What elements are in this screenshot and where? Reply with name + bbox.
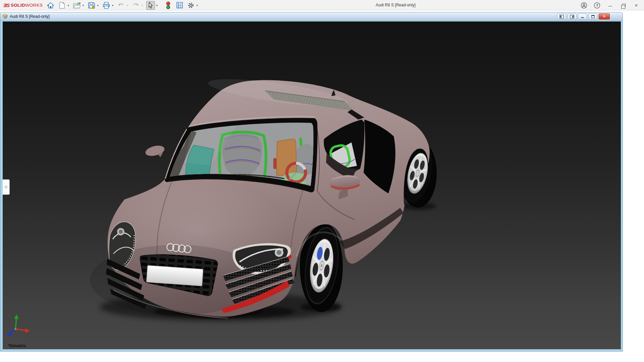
redo-dropdown[interactable]: ▾	[140, 4, 144, 7]
undo-icon	[118, 2, 124, 8]
document-title: Audi R8 S [Read-only]	[10, 14, 50, 19]
home-button[interactable]	[46, 1, 55, 10]
close-icon: ×	[635, 2, 638, 8]
print-dropdown[interactable]: ▾	[111, 4, 115, 7]
help-icon: ?	[594, 2, 600, 9]
document-window-controls: ×	[557, 13, 610, 19]
open-folder-icon	[73, 2, 80, 9]
redo-icon	[132, 2, 139, 8]
open-button[interactable]	[72, 1, 81, 10]
file-properties-icon	[176, 2, 183, 8]
redo-button[interactable]	[131, 1, 140, 10]
minimize-icon	[608, 6, 612, 7]
feature-tree-flyout-tab[interactable]	[3, 179, 10, 195]
app-titlebar: ƎS SOLIDWORKS ▸ ▾ ▾	[0, 0, 644, 10]
triad-y-axis	[15, 318, 16, 329]
app-window-controls: ? ×	[580, 0, 641, 10]
solidworks-logo-mark: ƎS	[3, 2, 9, 8]
help-glyph: ?	[596, 3, 598, 7]
account-icon	[581, 2, 587, 9]
doc-close-button[interactable]: ×	[599, 13, 610, 19]
home-icon	[47, 2, 54, 9]
app-restore-button[interactable]	[619, 1, 628, 10]
rebuild-traffic-light-icon	[166, 2, 170, 9]
view-orientation-label: *Dimetric	[8, 344, 26, 348]
flyout-handle-icon	[5, 186, 7, 188]
new-document-button[interactable]	[58, 1, 66, 10]
select-cursor-icon	[148, 2, 154, 9]
app-close-button[interactable]: ×	[632, 1, 641, 10]
print-icon	[103, 2, 110, 9]
triad-x-axis	[15, 329, 26, 330]
document-body: *Dimetric	[0, 21, 623, 352]
toggle-right-pane-button[interactable]	[568, 13, 577, 19]
select-tool-button[interactable]	[146, 1, 155, 10]
new-document-dropdown[interactable]: ▾	[66, 4, 70, 7]
solidworks-logo-text: SOLIDWORKS	[11, 3, 43, 8]
file-properties-button[interactable]	[175, 1, 184, 10]
doc-minimize-icon	[581, 15, 585, 18]
viewport-3d[interactable]: *Dimetric	[3, 21, 621, 349]
main-toolbar: ▾ ▾ ▾ ▾	[46, 0, 201, 10]
toggle-left-pane-button[interactable]	[557, 13, 566, 19]
app-title: Audi R8 S [Read-only]	[376, 0, 416, 10]
new-document-icon	[59, 2, 65, 9]
help-button[interactable]: ?	[593, 1, 601, 10]
options-dropdown[interactable]: ▾	[195, 4, 199, 7]
restore-icon	[622, 4, 626, 7]
rebuild-button[interactable]	[164, 1, 172, 10]
assembly-document-icon	[2, 14, 8, 19]
app-minimize-button[interactable]	[606, 1, 614, 10]
pane-left-icon	[559, 15, 564, 18]
brand-solid: SOLID	[11, 3, 25, 8]
undo-dropdown[interactable]: ▾	[125, 4, 129, 7]
brand-works: WORKS	[25, 3, 43, 8]
save-dropdown[interactable]: ▾	[96, 4, 100, 7]
orientation-triad[interactable]	[5, 312, 32, 339]
side-mirror-left	[144, 144, 165, 157]
model-3d-audi-r8[interactable]	[3, 21, 621, 349]
options-gear-icon	[187, 2, 194, 9]
save-icon	[88, 2, 95, 9]
doc-restore-icon	[591, 15, 595, 18]
document-titlebar[interactable]: Audi R8 S [Read-only]	[0, 12, 623, 21]
doc-restore-button[interactable]	[588, 13, 597, 19]
license-plate	[147, 265, 203, 286]
select-tool-dropdown[interactable]: ▾	[155, 4, 159, 7]
doc-close-icon: ×	[603, 14, 605, 18]
document-window: Audi R8 S [Read-only]	[0, 12, 623, 352]
account-button[interactable]	[580, 1, 588, 10]
save-button[interactable]	[87, 1, 96, 10]
doc-minimize-button[interactable]	[578, 13, 587, 19]
options-button[interactable]	[186, 1, 195, 10]
print-button[interactable]	[102, 1, 111, 10]
pane-right-icon	[570, 15, 574, 18]
solidworks-logo: ƎS SOLIDWORKS ▸	[0, 2, 49, 8]
undo-button[interactable]	[117, 1, 125, 10]
open-dropdown[interactable]: ▾	[81, 4, 85, 7]
